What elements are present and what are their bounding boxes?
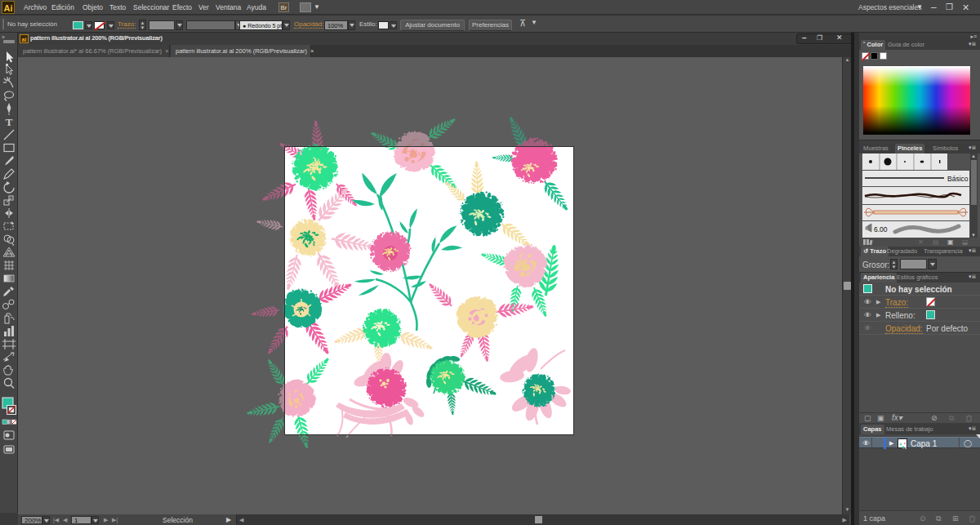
svg-text:T: T (6, 116, 13, 128)
